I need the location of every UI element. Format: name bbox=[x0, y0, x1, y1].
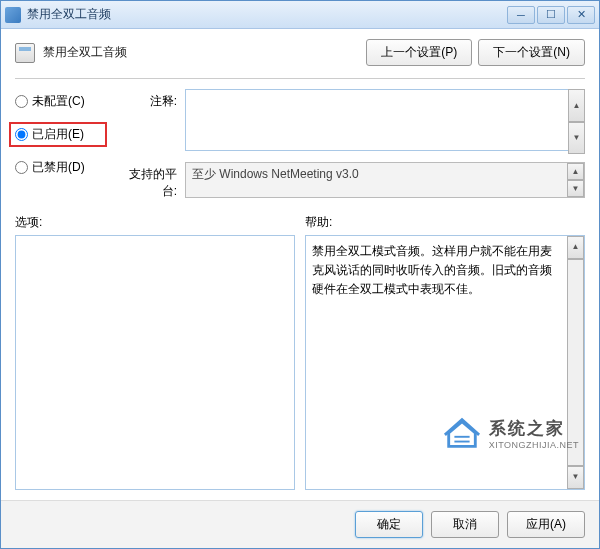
policy-title: 禁用全双工音频 bbox=[43, 44, 127, 61]
radio-group: 未配置(C) 已启用(E) 已禁用(D) bbox=[15, 89, 107, 200]
divider bbox=[15, 78, 585, 79]
window-controls: ─ ☐ ✕ bbox=[507, 6, 595, 24]
platform-value-box: 至少 Windows NetMeeting v3.0 ▲ ▼ bbox=[185, 162, 585, 198]
help-text: 禁用全双工模式音频。这样用户就不能在用麦克风说话的同时收听传入的音频。旧式的音频… bbox=[312, 242, 578, 300]
help-box: 禁用全双工模式音频。这样用户就不能在用麦克风说话的同时收听传入的音频。旧式的音频… bbox=[305, 235, 585, 490]
radio-not-configured[interactable]: 未配置(C) bbox=[15, 93, 107, 110]
radio-not-configured-input[interactable] bbox=[15, 95, 28, 108]
comment-textarea[interactable] bbox=[185, 89, 585, 151]
radio-disabled[interactable]: 已禁用(D) bbox=[15, 159, 107, 176]
help-label: 帮助: bbox=[305, 214, 585, 231]
radio-disabled-label: 已禁用(D) bbox=[32, 159, 85, 176]
policy-icon bbox=[15, 43, 35, 63]
options-box bbox=[15, 235, 295, 490]
scroll-up-icon[interactable]: ▲ bbox=[567, 163, 584, 180]
panels-row: 选项: 帮助: 禁用全双工模式音频。这样用户就不能在用麦克风说话的同时收听传入的… bbox=[15, 214, 585, 490]
radio-disabled-input[interactable] bbox=[15, 161, 28, 174]
previous-setting-button[interactable]: 上一个设置(P) bbox=[366, 39, 472, 66]
scroll-down-icon[interactable]: ▼ bbox=[567, 180, 584, 197]
app-icon bbox=[5, 7, 21, 23]
scroll-up-icon[interactable]: ▲ bbox=[567, 236, 584, 259]
radio-enabled-label: 已启用(E) bbox=[32, 126, 84, 143]
ok-button[interactable]: 确定 bbox=[355, 511, 423, 538]
options-label: 选项: bbox=[15, 214, 295, 231]
dialog-window: 禁用全双工音频 ─ ☐ ✕ 禁用全双工音频 上一个设置(P) 下一个设置(N) … bbox=[0, 0, 600, 549]
platform-label: 支持的平台: bbox=[117, 162, 177, 200]
options-panel: 选项: bbox=[15, 214, 295, 490]
scroll-track[interactable] bbox=[567, 259, 584, 467]
content-area: 禁用全双工音频 上一个设置(P) 下一个设置(N) 未配置(C) 已启用(E) bbox=[1, 29, 599, 500]
cancel-button[interactable]: 取消 bbox=[431, 511, 499, 538]
window-title: 禁用全双工音频 bbox=[27, 6, 507, 23]
scroll-up-icon[interactable]: ▲ bbox=[568, 89, 585, 122]
next-setting-button[interactable]: 下一个设置(N) bbox=[478, 39, 585, 66]
maximize-button[interactable]: ☐ bbox=[537, 6, 565, 24]
titlebar[interactable]: 禁用全双工音频 ─ ☐ ✕ bbox=[1, 1, 599, 29]
fields-column: 注释: ▲ ▼ 支持的平台: 至少 Windows NetMeeting v3.… bbox=[117, 89, 585, 200]
radio-not-configured-label: 未配置(C) bbox=[32, 93, 85, 110]
header-row: 禁用全双工音频 上一个设置(P) 下一个设置(N) bbox=[15, 39, 585, 66]
radio-enabled-input[interactable] bbox=[15, 128, 28, 141]
scroll-down-icon[interactable]: ▼ bbox=[567, 466, 584, 489]
close-button[interactable]: ✕ bbox=[567, 6, 595, 24]
help-panel: 帮助: 禁用全双工模式音频。这样用户就不能在用麦克风说话的同时收听传入的音频。旧… bbox=[305, 214, 585, 490]
comment-label: 注释: bbox=[117, 89, 177, 110]
apply-button[interactable]: 应用(A) bbox=[507, 511, 585, 538]
footer: 确定 取消 应用(A) bbox=[1, 500, 599, 548]
minimize-button[interactable]: ─ bbox=[507, 6, 535, 24]
platform-value: 至少 Windows NetMeeting v3.0 bbox=[192, 166, 359, 183]
radio-enabled[interactable]: 已启用(E) bbox=[9, 122, 107, 147]
scroll-down-icon[interactable]: ▼ bbox=[568, 122, 585, 155]
config-row: 未配置(C) 已启用(E) 已禁用(D) 注释: ▲ bbox=[15, 89, 585, 200]
